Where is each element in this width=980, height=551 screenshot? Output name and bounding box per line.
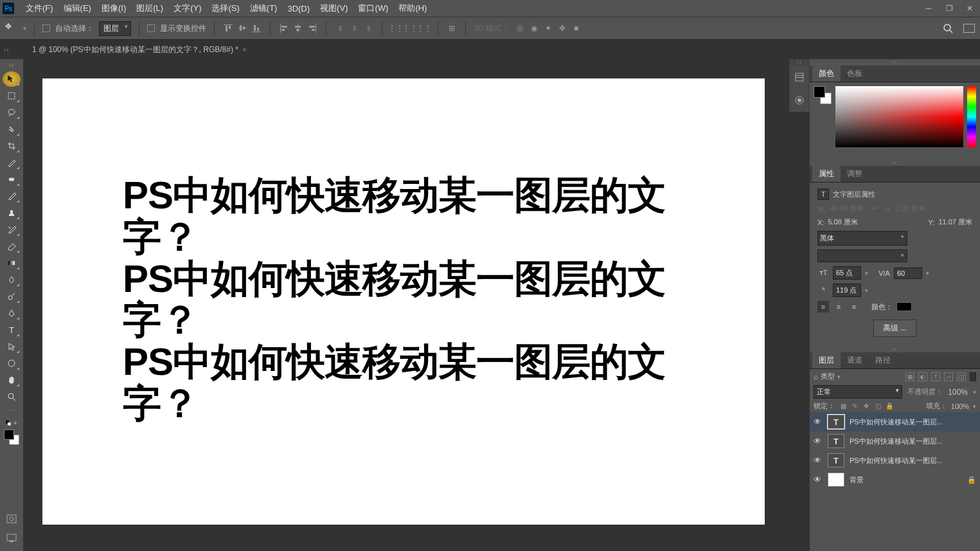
menu-help[interactable]: 帮助(H): [393, 0, 432, 17]
canvas[interactable]: PS中如何快速移动某一图层的文字？ PS中如何快速移动某一图层的文字？ PS中如…: [42, 78, 765, 525]
blend-mode-select[interactable]: 正常: [814, 385, 902, 399]
lock-paint-icon[interactable]: ✎: [850, 402, 859, 411]
filter-dropdown-icon[interactable]: ▾: [837, 374, 841, 380]
align-vcenter-icon[interactable]: [236, 23, 248, 34]
layer-row[interactable]: 👁TPS中如何快速移动某一图层...: [810, 412, 980, 431]
align-left-icon[interactable]: [278, 23, 290, 34]
default-colors-icon[interactable]: [6, 420, 11, 426]
zoom-tool[interactable]: [3, 389, 21, 404]
layer-thumbnail[interactable]: T: [828, 453, 844, 467]
history-panel-icon[interactable]: [790, 66, 808, 89]
distribute-left-icon[interactable]: ⋮⋮: [390, 23, 402, 34]
stamp-tool[interactable]: [3, 205, 21, 221]
healing-tool[interactable]: [3, 172, 21, 187]
layer-thumbnail[interactable]: T: [828, 415, 844, 429]
opacity-value[interactable]: 100%: [948, 388, 968, 397]
leading-input[interactable]: 119 点: [833, 284, 861, 297]
align-top-icon[interactable]: [222, 23, 234, 34]
quick-select-tool[interactable]: [3, 122, 21, 137]
tracking-dropdown-icon[interactable]: ▾: [926, 270, 929, 276]
layer-thumbnail[interactable]: T: [828, 434, 844, 448]
screen-mode-icon[interactable]: [3, 530, 21, 546]
minimize-button[interactable]: ─: [921, 3, 936, 14]
shape-tool[interactable]: [3, 356, 21, 371]
filter-type-select[interactable]: 类型: [821, 372, 835, 381]
font-style-select[interactable]: [817, 249, 907, 262]
align-center-text-icon[interactable]: ≡: [833, 301, 844, 312]
filter-toggle[interactable]: [970, 372, 976, 381]
font-size-input[interactable]: 65 点: [833, 266, 861, 280]
distribute-bottom-icon[interactable]: ⫴: [362, 23, 374, 34]
foreground-color[interactable]: [4, 429, 14, 440]
menu-edit[interactable]: 编辑(E): [58, 0, 96, 17]
hand-tool[interactable]: [3, 372, 21, 388]
brush-tool[interactable]: [3, 188, 21, 204]
lock-position-icon[interactable]: ✥: [862, 402, 871, 411]
align-right-text-icon[interactable]: ≡: [848, 301, 860, 312]
toolbox-expand-icon[interactable]: ››: [9, 62, 15, 69]
move-tool[interactable]: [3, 71, 21, 87]
panel-collapse-icon[interactable]: ‹‹: [810, 59, 980, 66]
toolbox-more-icon[interactable]: ⋯: [8, 407, 15, 414]
distribute-hcenter-icon[interactable]: ⋮⋮: [404, 23, 416, 34]
menu-type[interactable]: 文字(Y): [168, 0, 206, 17]
fill-value[interactable]: 100%: [951, 402, 969, 410]
align-hcenter-icon[interactable]: [292, 23, 304, 34]
move-tool-icon[interactable]: ✥: [5, 22, 18, 35]
blur-tool[interactable]: [3, 272, 21, 287]
size-dropdown-icon[interactable]: ▾: [865, 270, 868, 276]
menu-layer[interactable]: 图层(L): [131, 0, 168, 17]
align-bottom-icon[interactable]: [251, 23, 262, 34]
crop-tool[interactable]: [3, 138, 21, 154]
lasso-tool[interactable]: [3, 105, 21, 120]
canvas-text-3[interactable]: PS中如何快速移动某一图层的文字？: [123, 341, 726, 425]
menu-select[interactable]: 选择(S): [206, 0, 244, 17]
canvas-text-2[interactable]: PS中如何快速移动某一图层的文字？: [123, 258, 726, 342]
filter-type-icon[interactable]: T: [931, 372, 940, 381]
mini-fg-color[interactable]: [814, 86, 825, 98]
color-mini-swatch[interactable]: [814, 86, 832, 104]
layer-visibility-icon[interactable]: 👁: [814, 456, 823, 465]
advanced-button[interactable]: 高级 ...: [873, 320, 916, 337]
canvas-text-1[interactable]: PS中如何快速移动某一图层的文字？: [123, 175, 726, 258]
quick-mask-icon[interactable]: [3, 511, 21, 527]
leading-dropdown-icon[interactable]: ▾: [865, 287, 868, 294]
menu-image[interactable]: 图像(I): [96, 0, 131, 17]
gradient-tool[interactable]: [3, 255, 21, 271]
filter-shape-icon[interactable]: ▱: [944, 372, 953, 381]
filter-smart-icon[interactable]: ◫: [957, 372, 966, 381]
channels-tab[interactable]: 通道: [841, 352, 869, 368]
paths-tab[interactable]: 路径: [869, 352, 897, 368]
align-right-icon[interactable]: [307, 23, 318, 34]
layer-visibility-icon[interactable]: 👁: [814, 475, 823, 484]
layer-name[interactable]: PS中如何快速移动某一图层...: [850, 437, 976, 446]
menu-window[interactable]: 窗口(W): [353, 0, 393, 17]
fill-dropdown-icon[interactable]: ▾: [973, 403, 976, 410]
layers-tab[interactable]: 图层: [812, 352, 841, 368]
link-icon[interactable]: ⚯: [871, 204, 877, 213]
close-button[interactable]: ✕: [962, 3, 977, 14]
auto-align-icon[interactable]: ⊞: [446, 23, 458, 34]
search-icon[interactable]: [943, 23, 953, 33]
layer-row[interactable]: 👁TPS中如何快速移动某一图层...: [810, 431, 980, 451]
hue-slider[interactable]: [967, 86, 976, 147]
lock-all-icon[interactable]: 🔒: [885, 402, 894, 411]
layer-visibility-icon[interactable]: 👁: [814, 417, 823, 426]
properties-tab[interactable]: 属性: [812, 166, 841, 182]
filter-pixel-icon[interactable]: ▦: [905, 372, 914, 381]
menu-3d[interactable]: 3D(D): [282, 1, 315, 16]
layer-row[interactable]: 👁TPS中如何快速移动某一图层...: [810, 451, 980, 470]
distribute-top-icon[interactable]: ⫴: [334, 23, 346, 34]
distribute-vcenter-icon[interactable]: ⫴: [348, 23, 360, 34]
layer-row[interactable]: 👁背景🔒: [810, 470, 980, 489]
dropdown-icon[interactable]: ▾: [23, 25, 26, 32]
dodge-tool[interactable]: [3, 289, 21, 304]
adjustments-tab[interactable]: 调整: [841, 166, 869, 182]
pen-tool[interactable]: [3, 305, 21, 321]
workspace-icon[interactable]: [963, 24, 975, 33]
history-brush-tool[interactable]: [3, 222, 21, 237]
show-transform-checkbox[interactable]: [147, 24, 155, 32]
layers-collapse-icon[interactable]: ‹‹: [810, 346, 980, 352]
filter-adjust-icon[interactable]: ◐: [918, 372, 927, 381]
path-select-tool[interactable]: [3, 339, 21, 354]
